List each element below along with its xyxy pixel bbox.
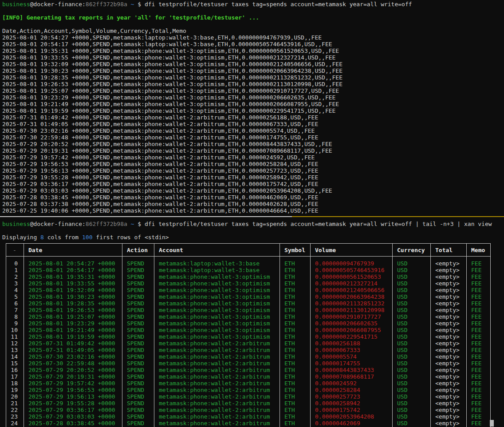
currency-cell: USD [392,273,430,280]
date-cell: 2025-08-01 19:35:31 +0000 [24,273,122,280]
account-cell: metamask:phone:wallet-2:arbitrum [154,400,280,407]
date-cell: 2025-08-01 19:26:53 +0000 [24,307,122,313]
row-index-cell: 24 [6,420,24,427]
row-index-cell: 13 [6,347,24,353]
action-cell: SPEND [122,273,154,280]
action-cell: SPEND [122,340,154,347]
terminal-output: business@docker-finance:862ff372b98a ~ $… [0,0,504,427]
action-cell: SPEND [122,353,154,360]
table-row: 122025-07-31 01:49:42 +0000SPENDmetamask… [6,340,491,347]
status-rows-count: 100 [82,234,92,241]
date-cell: 2025-07-31 01:49:05 +0000 [24,347,122,353]
info-line: [INFO] Generating tax reports in year 'a… [2,14,504,21]
table-row: 222025-07-29 03:36:17 +0000SPENDmetamask… [6,407,491,413]
total-cell: <empty> [430,293,466,300]
table-border-line [280,243,280,427]
currency-cell: USD [392,413,430,420]
table-row: 192025-07-29 19:56:53 +0000SPENDmetamask… [6,387,491,393]
action-cell: SPEND [122,393,154,400]
currency-cell: USD [392,353,430,360]
column-header: Action [122,247,154,253]
account-cell: metamask:phone:wallet-3:optimism [154,333,280,340]
column-header: Date [24,247,122,253]
action-cell: SPEND [122,307,154,313]
volume-cell: 0.00000258942 [310,400,392,407]
csv-line: 2025-08-01 19:23:29 +0000,SPEND,metamask… [2,94,504,101]
row-index-cell: 5 [6,293,24,300]
table-row: 82025-08-01 19:25:07 +0000SPENDmetamask:… [6,313,491,320]
total-cell: <empty> [430,327,466,333]
symbol-cell: ETH [280,407,310,413]
pane-separator-gray-segment [0,216,292,217]
action-cell: SPEND [122,400,154,407]
currency-cell: USD [392,367,430,373]
date-cell: 2025-07-29 19:55:28 +0000 [24,400,122,407]
total-cell: <empty> [430,280,466,287]
volume-cell: 0.00000257723 [310,393,392,400]
prompt-user: business [2,221,30,227]
total-cell: <empty> [430,420,466,427]
account-cell: metamask:phone:wallet-3:optimism [154,307,280,313]
symbol-cell: ETH [280,353,310,360]
row-index-cell: 23 [6,413,24,420]
volume-cell: 0.00000462069 [310,420,392,427]
terminal-screen[interactable]: { "colors": { "background": "#0d0d0d", "… [0,0,504,427]
action-cell: SPEND [122,407,154,413]
row-index-cell: 12 [6,340,24,347]
row-index-cell: 6 [6,300,24,307]
row-index-cell: 20 [6,393,24,400]
memo-cell: FEE [466,333,490,340]
symbol-cell: ETH [280,340,310,347]
prompt-container-id: 862ff372b98a [86,221,127,227]
blank-line [2,21,504,28]
table-row: 72025-08-01 19:26:53 +0000SPENDmetamask:… [6,307,491,313]
total-cell: <empty> [430,353,466,360]
volume-cell: 0.00000174755 [310,360,392,367]
volume-cell: 0.00000002066087955 [310,327,392,333]
status-mid: cols from [44,234,82,241]
row-index-cell: 8 [6,313,24,320]
action-cell: SPEND [122,293,154,300]
csv-line: 2025-07-29 19:56:13 +0000,SPEND,metamask… [2,167,504,174]
account-cell: metamask:phone:wallet-3:optimism [154,287,280,293]
symbol-cell: ETH [280,267,310,273]
csv-line: 2025-07-30 23:02:16 +0000,SPEND,metamask… [2,127,504,134]
row-index-cell: 2 [6,273,24,280]
csv-line: 2025-08-01 19:26:53 +0000,SPEND,metamask… [2,81,504,87]
currency-cell: USD [392,400,430,407]
volume-cell: 0.000000094767939 [310,260,392,267]
account-cell: metamask:phone:wallet-3:optimism [154,327,280,333]
row-index-column-header: - [6,247,24,253]
row-index-cell: 7 [6,307,24,313]
symbol-cell: ETH [280,293,310,300]
total-cell: <empty> [430,400,466,407]
column-header: Total [430,247,466,253]
currency-cell: USD [392,307,430,313]
total-cell: <empty> [430,307,466,313]
currency-cell: USD [392,407,430,413]
account-cell: metamask:phone:wallet-2:arbitrum [154,413,280,420]
table-border-line [6,243,6,427]
table-row: 92025-08-01 19:23:29 +0000SPENDmetamask:… [6,320,491,327]
currency-cell: USD [392,373,430,380]
total-cell: <empty> [430,320,466,327]
row-index-cell: 14 [6,353,24,360]
action-cell: SPEND [122,360,154,367]
xan-table: -DateActionAccountSymbolVolumeCurrencyTo… [6,243,491,427]
csv-line: 2025-07-25 19:40:06 +0000,SPEND,metamask… [2,207,504,214]
memo-cell: FEE [466,313,490,320]
date-cell: 2025-07-29 03:03:03 +0000 [24,413,122,420]
row-index-cell: 19 [6,387,24,393]
volume-cell: 0.0000000229541715 [310,333,392,340]
table-row: 42025-08-01 19:32:09 +0000SPENDmetamask:… [6,287,491,293]
table-border-line [490,243,491,427]
prompt-container-id: 862ff372b98a [86,1,127,8]
blank-line [2,227,504,234]
pane-separator-yellow-segment [292,216,504,217]
symbol-cell: ETH [280,400,310,407]
csv-line: 2025-08-01 19:30:23 +0000,SPEND,metamask… [2,67,504,74]
csv-line: 2025-08-01 19:35:31 +0000,SPEND,metamask… [2,47,504,54]
total-cell: <empty> [430,313,466,320]
csv-line: 2025-08-01 20:54:17 +0000,SPEND,metamask… [2,41,504,47]
date-cell: 2025-07-31 01:49:42 +0000 [24,340,122,347]
